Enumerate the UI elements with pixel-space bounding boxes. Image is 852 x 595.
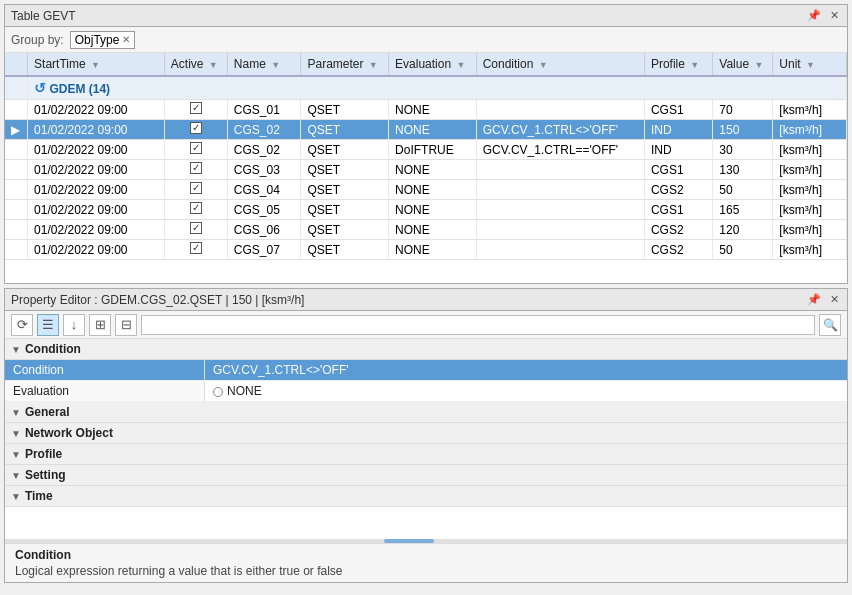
- table-row[interactable]: 01/02/2022 09:00 CGS_05 QSET NONE CGS1 1…: [5, 200, 847, 220]
- table-row[interactable]: 01/02/2022 09:00 CGS_03 QSET NONE CGS1 1…: [5, 160, 847, 180]
- prop-tool-2[interactable]: ☰: [37, 314, 59, 336]
- row-profile: CGS2: [644, 220, 712, 240]
- section-label: General: [25, 405, 70, 419]
- checkbox[interactable]: [190, 242, 202, 254]
- refresh-icon[interactable]: ↺: [34, 80, 46, 96]
- prop-section-header[interactable]: ▼ Profile: [5, 444, 847, 465]
- row-active: [164, 120, 227, 140]
- row-value: 165: [713, 200, 773, 220]
- row-parameter: QSET: [301, 160, 389, 180]
- prop-close-button[interactable]: ✕: [827, 293, 841, 306]
- row-value: 150: [713, 120, 773, 140]
- row-active: [164, 160, 227, 180]
- prop-tool-1[interactable]: ⟳: [11, 314, 33, 336]
- row-arrow-cell: [5, 100, 28, 120]
- table-panel: Table GEVT 📌 ✕ Group by: ObjType ✕ Start…: [4, 4, 848, 284]
- row-evaluation: NONE: [389, 160, 477, 180]
- col-active[interactable]: Active ▼: [164, 53, 227, 76]
- table-container[interactable]: StartTime ▼ Active ▼ Name ▼ Parameter ▼ …: [5, 53, 847, 283]
- row-parameter: QSET: [301, 200, 389, 220]
- prop-name: Condition: [5, 360, 205, 380]
- row-starttime: 01/02/2022 09:00: [28, 120, 165, 140]
- table-row[interactable]: 01/02/2022 09:00 CGS_01 QSET NONE CGS1 7…: [5, 100, 847, 120]
- section-arrow-icon: ▼: [11, 491, 21, 502]
- row-value: 30: [713, 140, 773, 160]
- checkbox[interactable]: [190, 182, 202, 194]
- prop-tool-3[interactable]: ↓: [63, 314, 85, 336]
- prop-section-header[interactable]: ▼ Network Object: [5, 423, 847, 444]
- row-name: CGS_06: [227, 220, 301, 240]
- prop-pin-button[interactable]: 📌: [807, 293, 821, 306]
- table-titlebar: Table GEVT 📌 ✕: [5, 5, 847, 27]
- table-header-row: StartTime ▼ Active ▼ Name ▼ Parameter ▼ …: [5, 53, 847, 76]
- prop-section-header[interactable]: ▼ Condition: [5, 339, 847, 360]
- checkbox[interactable]: [190, 222, 202, 234]
- pin-button[interactable]: 📌: [807, 9, 821, 22]
- table-row[interactable]: 01/02/2022 09:00 CGS_02 QSET DoIFTRUE GC…: [5, 140, 847, 160]
- row-value: 130: [713, 160, 773, 180]
- table-row[interactable]: 01/02/2022 09:00 CGS_04 QSET NONE CGS2 5…: [5, 180, 847, 200]
- table-group-row: ↺ GDEM (14): [5, 76, 847, 100]
- prop-panel: Property Editor : GDEM.CGS_02.QSET | 150…: [4, 288, 848, 583]
- prop-grid: ▼ Condition Condition GCV.CV_1.CTRL<>'OF…: [5, 339, 847, 539]
- section-label: Time: [25, 489, 53, 503]
- scroll-thumb[interactable]: [384, 539, 434, 543]
- radio-icon: [213, 387, 223, 397]
- checkbox[interactable]: [190, 162, 202, 174]
- row-parameter: QSET: [301, 100, 389, 120]
- col-evaluation[interactable]: Evaluation ▼: [389, 53, 477, 76]
- checkbox[interactable]: [190, 142, 202, 154]
- prop-search-input[interactable]: [141, 315, 815, 335]
- col-profile[interactable]: Profile ▼: [644, 53, 712, 76]
- table-row[interactable]: 01/02/2022 09:00 CGS_06 QSET NONE CGS2 1…: [5, 220, 847, 240]
- row-profile: CGS2: [644, 240, 712, 260]
- prop-tool-4[interactable]: ⊞: [89, 314, 111, 336]
- prop-section-header[interactable]: ▼ Time: [5, 486, 847, 507]
- row-profile: IND: [644, 140, 712, 160]
- row-parameter: QSET: [301, 220, 389, 240]
- col-arrow: [5, 53, 28, 76]
- checkbox[interactable]: [190, 102, 202, 114]
- prop-row[interactable]: Condition GCV.CV_1.CTRL<>'OFF': [5, 360, 847, 381]
- table-row[interactable]: 01/02/2022 09:00 CGS_07 QSET NONE CGS2 5…: [5, 240, 847, 260]
- prop-search-btn[interactable]: 🔍: [819, 314, 841, 336]
- prop-section-header[interactable]: ▼ General: [5, 402, 847, 423]
- row-profile: IND: [644, 120, 712, 140]
- status-bar: Condition Logical expression returning a…: [5, 543, 847, 582]
- prop-value[interactable]: NONE: [205, 381, 847, 401]
- prop-section-header[interactable]: ▼ Setting: [5, 465, 847, 486]
- row-value: 70: [713, 100, 773, 120]
- col-parameter[interactable]: Parameter ▼: [301, 53, 389, 76]
- table-row[interactable]: ▶ 01/02/2022 09:00 CGS_02 QSET NONE GCV.…: [5, 120, 847, 140]
- col-condition[interactable]: Condition ▼: [476, 53, 644, 76]
- row-evaluation: DoIFTRUE: [389, 140, 477, 160]
- checkbox[interactable]: [190, 122, 202, 134]
- row-name: CGS_02: [227, 120, 301, 140]
- prop-row[interactable]: Evaluation NONE: [5, 381, 847, 402]
- scroll-indicator: [5, 539, 847, 543]
- row-unit: [ksm³/h]: [773, 200, 847, 220]
- group-tag[interactable]: ObjType ✕: [70, 31, 136, 49]
- row-name: CGS_02: [227, 140, 301, 160]
- row-name: CGS_04: [227, 180, 301, 200]
- group-tag-remove[interactable]: ✕: [122, 34, 130, 45]
- col-value[interactable]: Value ▼: [713, 53, 773, 76]
- status-title: Condition: [15, 548, 837, 562]
- row-profile: CGS1: [644, 160, 712, 180]
- row-parameter: QSET: [301, 240, 389, 260]
- prop-name: Evaluation: [5, 381, 205, 401]
- row-arrow-cell: ▶: [5, 120, 28, 140]
- close-button[interactable]: ✕: [827, 9, 841, 22]
- row-arrow-cell: [5, 220, 28, 240]
- row-evaluation: NONE: [389, 220, 477, 240]
- prop-tool-5[interactable]: ⊟: [115, 314, 137, 336]
- prop-value[interactable]: GCV.CV_1.CTRL<>'OFF': [205, 360, 847, 380]
- col-name[interactable]: Name ▼: [227, 53, 301, 76]
- col-unit[interactable]: Unit ▼: [773, 53, 847, 76]
- checkbox[interactable]: [190, 202, 202, 214]
- prop-title: Property Editor : GDEM.CGS_02.QSET | 150…: [11, 293, 304, 307]
- row-active: [164, 140, 227, 160]
- col-starttime[interactable]: StartTime ▼: [28, 53, 165, 76]
- section-arrow-icon: ▼: [11, 428, 21, 439]
- row-evaluation: NONE: [389, 120, 477, 140]
